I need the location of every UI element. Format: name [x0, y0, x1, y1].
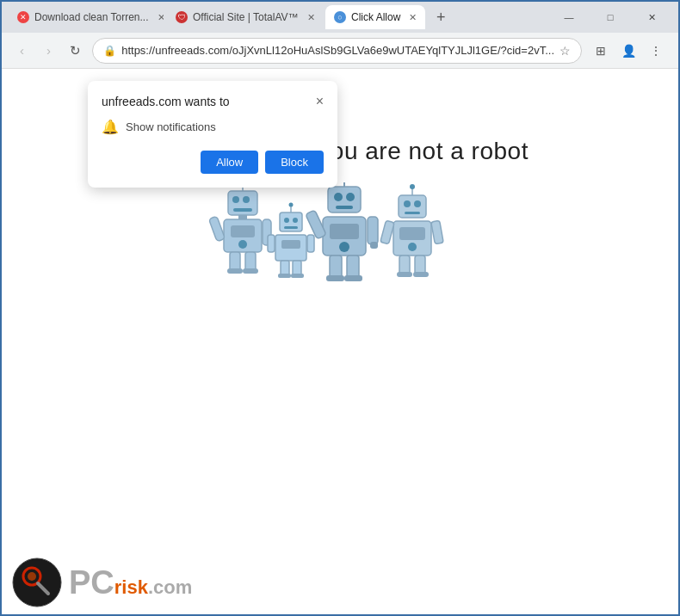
tab1-close[interactable]: ✕: [158, 12, 164, 23]
tab3-label: Click Allow: [351, 11, 400, 23]
tab1-icon: ✕: [17, 11, 29, 23]
svg-point-18: [293, 218, 298, 223]
svg-rect-15: [243, 268, 258, 274]
svg-point-38: [339, 242, 349, 252]
profile-button[interactable]: 👤: [616, 39, 640, 63]
pc-text: PC: [69, 566, 114, 599]
svg-rect-3: [233, 208, 252, 212]
refresh-button[interactable]: ↻: [65, 39, 85, 63]
maximize-button[interactable]: □: [590, 3, 630, 31]
svg-rect-57: [399, 256, 410, 274]
svg-rect-44: [326, 275, 344, 281]
svg-rect-29: [291, 274, 304, 278]
tab3-close[interactable]: ✕: [409, 12, 417, 23]
svg-rect-40: [368, 217, 378, 244]
svg-rect-8: [231, 225, 255, 237]
bookmark-icon[interactable]: ☆: [559, 44, 571, 58]
svg-rect-10: [209, 216, 226, 242]
tab-2[interactable]: 🛡 Official Site | TotalAV™ ✕: [167, 5, 322, 29]
svg-point-9: [238, 240, 247, 249]
svg-point-54: [408, 243, 417, 251]
svg-rect-43: [347, 256, 359, 278]
svg-point-51: [410, 184, 415, 189]
block-button[interactable]: Block: [265, 151, 324, 174]
notif-row-label: Show notifications: [126, 120, 216, 133]
svg-rect-25: [307, 235, 314, 252]
tab2-label: Official Site | TotalAV™: [193, 11, 299, 23]
tab3-icon: ○: [334, 11, 346, 23]
svg-rect-55: [380, 220, 394, 244]
forward-button[interactable]: ›: [39, 39, 59, 63]
svg-rect-46: [399, 195, 426, 218]
tab2-icon: 🛡: [176, 11, 188, 23]
svg-rect-23: [281, 240, 300, 249]
back-button[interactable]: ‹: [12, 39, 32, 63]
menu-button[interactable]: ⋮: [644, 39, 668, 63]
svg-rect-12: [230, 252, 240, 271]
svg-rect-49: [405, 212, 420, 214]
tab-3[interactable]: ○ Click Allow ✕: [325, 5, 425, 29]
tab2-close[interactable]: ✕: [307, 12, 315, 23]
svg-point-63: [28, 572, 36, 581]
notification-popup: unfreeads.com wants to × 🔔 Show notifica…: [88, 81, 337, 188]
risk-text: risk: [114, 578, 148, 597]
robots-illustration: [202, 191, 478, 294]
svg-rect-28: [278, 274, 291, 278]
svg-point-48: [414, 200, 421, 207]
allow-button[interactable]: Allow: [201, 151, 258, 174]
svg-rect-37: [330, 224, 359, 239]
svg-rect-14: [227, 268, 243, 274]
notif-row: 🔔 Show notifications: [102, 119, 324, 135]
svg-point-21: [289, 203, 294, 207]
tab-1[interactable]: ✕ Download clean Torren... ✕: [9, 5, 164, 29]
svg-rect-24: [268, 235, 275, 252]
pcrisk-text: PCrisk.com: [69, 566, 192, 599]
url-bar[interactable]: 🔒 https://unfreeads.com/oJjXvnLl12oHuAsl…: [92, 38, 582, 64]
svg-point-31: [334, 193, 343, 201]
notif-header: unfreeads.com wants to ×: [102, 95, 324, 108]
notif-title: unfreeads.com wants to: [102, 95, 230, 108]
svg-rect-42: [330, 256, 342, 278]
toolbar-icons: ⊞ 👤 ⋮: [589, 39, 668, 63]
svg-rect-45: [344, 275, 362, 281]
new-tab-button[interactable]: +: [429, 5, 453, 29]
url-text: https://unfreeads.com/oJjXvnLl12oHuAslSb…: [121, 44, 554, 57]
titlebar: ✕ Download clean Torren... ✕ 🛡 Official …: [2, 2, 678, 33]
window-controls: — □ ✕: [549, 3, 671, 31]
svg-point-2: [243, 196, 250, 203]
lock-icon: 🔒: [103, 45, 116, 57]
addressbar: ‹ › ↻ 🔒 https://unfreeads.com/oJjXvnLl12…: [2, 33, 678, 69]
svg-point-32: [346, 193, 355, 201]
svg-rect-19: [284, 226, 298, 229]
svg-rect-53: [399, 227, 425, 240]
svg-rect-13: [245, 252, 256, 271]
svg-point-47: [404, 200, 411, 207]
extensions-button[interactable]: ⊞: [589, 39, 613, 63]
pcrisk-logo: PCrisk.com: [12, 557, 192, 607]
svg-rect-58: [415, 256, 425, 274]
svg-rect-33: [336, 206, 353, 209]
browser-content: unfreeads.com wants to × 🔔 Show notifica…: [2, 69, 678, 616]
svg-rect-60: [413, 272, 429, 277]
svg-rect-41: [370, 242, 378, 249]
pcrisk-icon-svg: [12, 557, 62, 607]
bell-icon: 🔔: [102, 119, 119, 135]
notif-close-button[interactable]: ×: [316, 95, 324, 108]
minimize-button[interactable]: —: [549, 3, 589, 31]
close-button[interactable]: ✕: [632, 3, 671, 31]
robots-svg: [202, 182, 478, 294]
svg-point-17: [284, 218, 289, 223]
svg-rect-56: [431, 220, 443, 243]
tab1-label: Download clean Torren...: [34, 11, 149, 23]
notif-buttons: Allow Block: [102, 151, 324, 174]
svg-rect-59: [397, 272, 412, 277]
dotcom-text: .com: [148, 578, 192, 597]
svg-point-1: [232, 196, 239, 203]
